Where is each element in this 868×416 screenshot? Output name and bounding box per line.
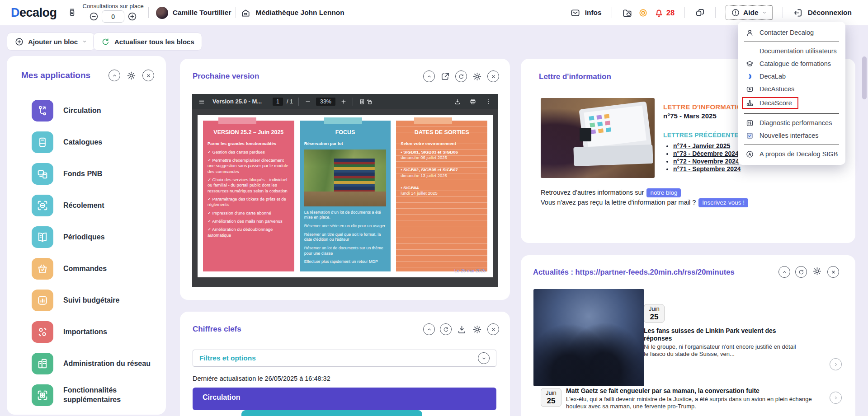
version-column: VERSION 25.2 – Juin 2025 Parmi les grand… xyxy=(203,121,294,271)
app-item-catalogues[interactable]: Catalogues xyxy=(32,131,158,153)
menu-item-decastuces[interactable]: DecAstuces xyxy=(738,83,845,95)
app-item-circulation[interactable]: Circulation xyxy=(32,100,158,122)
pdf-body: VERSION 25.2 – Juin 2025 Parmi les grand… xyxy=(192,109,498,287)
menu-item-catalogue-formations[interactable]: Catalogue de formations xyxy=(738,57,845,70)
close-panel-button[interactable] xyxy=(142,70,154,81)
app-item-commandes[interactable]: Commandes xyxy=(32,258,158,280)
pdf-menu-icon[interactable] xyxy=(198,98,205,105)
newsletter-link[interactable]: n°71 - Septembre 2024 xyxy=(673,165,812,173)
bell-icon xyxy=(654,8,664,18)
app-item-fonctionnalites-supplementaires[interactable]: Fonctionnalités supplémentaires xyxy=(32,384,158,406)
news-headline[interactable]: Matt Gaetz se fait engueuler par sa mama… xyxy=(566,387,830,395)
add-block-button[interactable]: Ajouter un bloc xyxy=(7,33,95,51)
fit-page-icon[interactable] xyxy=(359,98,366,105)
menu-item-decascore[interactable]: DecaScore xyxy=(738,95,845,111)
gear-icon[interactable] xyxy=(812,266,822,276)
collapse-panel-button[interactable] xyxy=(108,70,120,81)
circulation-icon xyxy=(32,100,53,122)
app-label: Récolement xyxy=(63,201,104,210)
menu-item-nouvelles-interfaces[interactable]: Nouvelles interfaces xyxy=(738,129,845,142)
collapse-panel-button[interactable] xyxy=(778,266,790,278)
refresh-panel-button[interactable] xyxy=(455,70,467,82)
filters-label: Filtres et options xyxy=(199,354,256,362)
current-library[interactable]: Médiathèque John Lennon xyxy=(241,8,344,18)
subscribe-line: Vous n'avez pas reçu la lettre d'informa… xyxy=(541,199,748,206)
zoom-in-icon[interactable] xyxy=(340,98,347,105)
app-item-fonds-pnb[interactable]: Fonds PNB xyxy=(32,163,158,185)
menu-item-contacter-decalog[interactable]: Contacter Decalog xyxy=(738,26,845,39)
news-headline[interactable]: Les fans suisses de Linkin Park veulent … xyxy=(644,327,800,342)
decalog-logo[interactable]: Decalog xyxy=(11,6,57,20)
news-item: Juin 25 Les fans suisses de Linkin Park … xyxy=(644,304,800,358)
logout-button[interactable]: Déconnexion xyxy=(793,8,852,18)
close-panel-button[interactable] xyxy=(827,266,839,278)
pdf-footer-date: Le 26 mai 2025 xyxy=(454,268,486,273)
gear-icon[interactable] xyxy=(126,70,137,81)
filters-options-expander[interactable]: Filtres et options xyxy=(193,350,496,367)
menu-separator xyxy=(744,42,839,42)
logo-text: ecalog xyxy=(19,6,57,19)
app-item-suivi-budgetaire[interactable]: Suivi budgétaire xyxy=(32,290,158,311)
gear-icon[interactable] xyxy=(472,324,482,335)
app-item-periodiques[interactable]: Périodiques xyxy=(32,226,158,248)
refresh-panel-button[interactable] xyxy=(440,323,452,335)
pdf-zoom-level[interactable]: 33% xyxy=(316,98,335,106)
aide-label: Aide xyxy=(743,9,759,17)
menu-item-decalab[interactable]: DecaLab xyxy=(738,70,845,83)
open-news-button[interactable] xyxy=(830,358,842,370)
user-avatar[interactable] xyxy=(156,7,168,19)
broadcast-icon[interactable] xyxy=(638,8,648,18)
copy-link-icon[interactable] xyxy=(695,8,705,18)
increment-button[interactable] xyxy=(127,11,137,22)
blog-link-button[interactable]: notre blog xyxy=(646,188,681,197)
menu-item-documentation[interactable]: Documentation utilisateurs xyxy=(738,45,845,57)
menu-item-diagnostic-performances[interactable]: Diagnostic performances xyxy=(738,117,845,129)
more-options-icon[interactable] xyxy=(485,98,492,105)
aide-button[interactable]: Aide xyxy=(726,5,773,20)
date-badge: Juin 25 xyxy=(541,388,561,407)
panel-title: Mes applications xyxy=(21,70,90,80)
app-label: Périodiques xyxy=(63,233,105,242)
rotate-icon[interactable] xyxy=(366,98,373,105)
refresh-all-blocks-button[interactable]: Actualiser tous les blocs xyxy=(93,33,202,51)
download-icon[interactable] xyxy=(457,324,467,335)
environment-label: SIGB04 xyxy=(401,185,419,190)
folder-cloud-icon[interactable] xyxy=(622,8,632,18)
refresh-panel-button[interactable] xyxy=(795,266,807,278)
news-body: Ni le groupe, ni l'organisateur n'ont en… xyxy=(644,343,800,358)
pdf-page-input[interactable]: 1 xyxy=(273,98,283,106)
news-item-photo[interactable] xyxy=(533,289,644,386)
menu-item-a-propos[interactable]: A propos de Decalog SIGB xyxy=(738,148,845,160)
close-panel-button[interactable] xyxy=(487,323,499,335)
notification-count: 28 xyxy=(666,9,675,17)
download-icon[interactable] xyxy=(454,98,461,105)
user-name[interactable]: Camille Tourtillier xyxy=(173,9,231,17)
page-scrollbar-thumb[interactable] xyxy=(862,56,867,99)
sliders-icon xyxy=(745,118,754,127)
about-badge-icon xyxy=(745,150,754,159)
decrement-button[interactable] xyxy=(89,11,99,22)
refresh-all-label: Actualiser tous les blocs xyxy=(114,38,194,46)
app-item-administration-reseau[interactable]: Administration du réseau xyxy=(32,353,158,374)
print-icon[interactable] xyxy=(469,98,476,105)
header-divider xyxy=(715,7,716,18)
open-news-button[interactable] xyxy=(830,392,842,404)
open-external-icon[interactable] xyxy=(440,71,450,82)
checkbox-checked-icon xyxy=(745,131,754,140)
collapse-panel-button[interactable] xyxy=(423,323,435,335)
notifications-button[interactable]: 28 xyxy=(654,8,675,18)
app-item-importations[interactable]: Importations xyxy=(32,321,158,343)
app-item-recolement[interactable]: Récolement xyxy=(32,195,158,216)
zoom-out-icon[interactable] xyxy=(304,98,311,105)
close-panel-button[interactable] xyxy=(487,70,499,82)
logout-icon xyxy=(793,8,803,18)
envelope-icon xyxy=(570,8,580,18)
subscribe-button[interactable]: Inscrivez-vous ! xyxy=(698,198,748,207)
collapse-panel-button[interactable] xyxy=(423,70,435,82)
dates-subtitle: Selon votre environnement xyxy=(401,141,483,146)
scan-icon xyxy=(32,195,53,216)
gear-icon[interactable] xyxy=(472,71,482,82)
consultations-count-input[interactable] xyxy=(102,10,124,23)
badge-day: 25 xyxy=(650,313,658,322)
infos-button[interactable]: Infos xyxy=(570,8,602,18)
